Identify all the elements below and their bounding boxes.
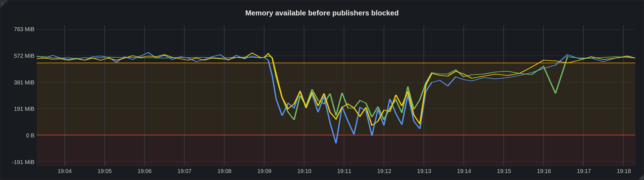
- x-axis-tick-label: 19:11: [337, 168, 351, 174]
- x-axis-tick-label: 19:15: [497, 168, 511, 174]
- threshold-fill-zone: [37, 63, 635, 135]
- x-axis-tick-label: 19:04: [58, 168, 72, 174]
- y-axis-tick-label: 191 MiB: [14, 106, 34, 112]
- y-axis-tick-label: 763 MiB: [14, 26, 34, 33]
- y-axis-tick-label: 572 MiB: [14, 53, 34, 59]
- chart-plot-area[interactable]: [37, 26, 635, 166]
- info-icon[interactable]: i: [2, 1, 3, 6]
- x-axis-tick-label: 19:10: [297, 168, 311, 174]
- x-axis-tick-label: 19:17: [577, 168, 591, 174]
- panel-corner-top-left[interactable]: [0, 0, 8, 8]
- chart-svg: [37, 26, 635, 166]
- y-axis-tick-label: 0 B: [26, 132, 34, 139]
- y-axis-tick-label: 381 MiB: [14, 79, 34, 86]
- x-axis-tick-label: 19:16: [537, 168, 551, 174]
- x-axis-tick-label: 19:13: [417, 168, 431, 174]
- panel-title: Memory available before publishers block…: [0, 9, 644, 17]
- x-axis-tick-label: 19:12: [377, 168, 391, 174]
- x-axis-tick-label: 19:09: [257, 168, 271, 174]
- resize-icon: [640, 176, 643, 179]
- x-axis-tick-label: 19:14: [457, 168, 471, 174]
- x-axis-tick-label: 19:06: [138, 168, 152, 174]
- x-axis-tick-label: 19:18: [617, 168, 631, 174]
- chart-panel: i Memory available before publishers blo…: [0, 0, 644, 180]
- y-axis-tick-label: -191 MiB: [12, 159, 34, 165]
- x-axis-tick-label: 19:05: [98, 168, 112, 174]
- x-axis-tick-label: 19:07: [177, 168, 191, 174]
- x-axis-tick-label: 19:08: [217, 168, 231, 174]
